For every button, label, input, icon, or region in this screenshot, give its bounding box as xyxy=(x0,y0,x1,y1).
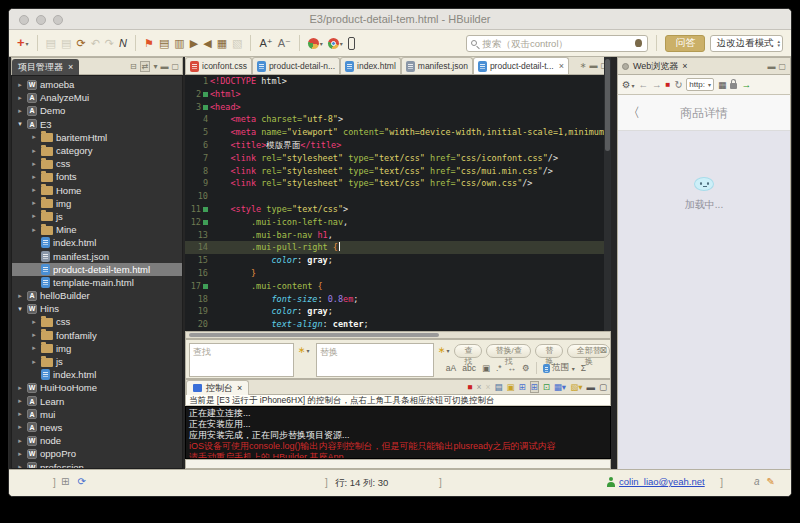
edit-mode-icon[interactable]: a xyxy=(754,476,760,487)
run-in-browser-button[interactable]: ▾ xyxy=(308,38,323,49)
browser-reload-icon[interactable]: ↻ xyxy=(674,79,682,90)
tree-item-baritemHtml[interactable]: ▸baritemHtml xyxy=(12,131,182,144)
tree-expand-icon[interactable]: ▸ xyxy=(16,81,24,89)
minimize-console-button[interactable]: ▬ xyxy=(586,382,595,392)
tree-item-Hins[interactable]: ▾WHins xyxy=(12,302,182,315)
editor-tab-iconfont.css[interactable]: iconfont.css xyxy=(185,57,252,74)
fold-icon[interactable] xyxy=(203,105,208,110)
count-matches-icon[interactable]: Σ xyxy=(581,363,586,373)
tree-item-fontfamily[interactable]: ▸fontfamily xyxy=(12,329,182,342)
doc-new-icon[interactable]: ▤ xyxy=(159,36,169,50)
save-button[interactable]: ▤ xyxy=(46,36,56,50)
account-link[interactable]: colin_liao@yeah.net xyxy=(619,476,705,487)
tree-collapse-icon[interactable]: ▾ xyxy=(16,120,24,128)
close-findbar-icon[interactable]: ⊠ xyxy=(599,345,607,355)
stop-button[interactable]: ■ xyxy=(467,382,472,392)
doc-check-icon[interactable]: ▥ xyxy=(174,36,184,50)
redo-button[interactable]: ↷ xyxy=(105,36,114,50)
browser-back-icon[interactable]: ← xyxy=(639,79,649,90)
go-icon[interactable]: → xyxy=(741,79,751,90)
find-action-替换/查找[interactable]: 替换/查找 xyxy=(486,344,531,358)
case-sensitive-icon[interactable]: aA xyxy=(446,363,456,373)
tree-expand-icon[interactable]: ▸ xyxy=(30,133,38,141)
tree-expand-icon[interactable]: ▸ xyxy=(16,450,24,458)
font-decrease-button[interactable]: A⁻ xyxy=(278,36,291,50)
tree-item-HuiHooHome[interactable]: ▸WHuiHooHome xyxy=(12,381,182,394)
console-output[interactable]: 正在建立连接...正在安装应用...应用安装完成，正在同步替换项目资源...iO… xyxy=(185,406,611,459)
new-window-icon[interactable]: ⊞ xyxy=(61,476,69,487)
qr-code-icon[interactable]: ▦ xyxy=(718,80,727,90)
find-action-查找[interactable]: 查找 xyxy=(454,344,482,358)
clear-console-button[interactable]: × xyxy=(476,382,481,392)
close-tab-icon[interactable]: × xyxy=(559,61,564,71)
bookmark-button[interactable]: ⚑ xyxy=(144,36,154,50)
tree-item-profession[interactable]: ▸Wprofession xyxy=(12,460,182,469)
editor-horizontal-scrollbar[interactable] xyxy=(185,331,611,339)
open-external-button[interactable]: ⊡ xyxy=(543,382,550,392)
tree-expand-icon[interactable]: ▸ xyxy=(30,186,38,194)
fold-icon[interactable] xyxy=(203,220,208,225)
tree-item-news[interactable]: ▸Anews xyxy=(12,421,182,434)
new-file-button[interactable]: +▾ xyxy=(17,36,29,50)
tree-item-img[interactable]: ▸img xyxy=(12,342,182,355)
tree-expand-icon[interactable]: ▸ xyxy=(16,94,24,102)
tree-expand-icon[interactable]: ▸ xyxy=(30,331,38,339)
browser-stop-icon[interactable]: ■ xyxy=(666,80,671,89)
editor-tab-product-detail-t...[interactable]: product-detail-t...× xyxy=(473,57,569,74)
tree-expand-icon[interactable]: ▸ xyxy=(16,410,24,418)
step-forward-button[interactable]: ▶ xyxy=(190,36,198,50)
step-back-button[interactable]: ◀ xyxy=(203,36,211,50)
project-manager-tab[interactable]: 项目管理器 × xyxy=(12,59,79,75)
font-increase-button[interactable]: A⁺ xyxy=(259,36,272,50)
close-panel-icon[interactable]: × xyxy=(68,62,73,72)
maximize-console-button[interactable]: ▢ xyxy=(599,382,607,392)
maximize-browser-icon[interactable]: ▢ xyxy=(778,62,786,71)
wrap-search-icon[interactable]: ↔ xyxy=(508,363,517,373)
run-on-device-button[interactable] xyxy=(348,37,355,50)
tab-list-icon[interactable]: ∗ xyxy=(580,61,587,70)
doc-sync-icon[interactable]: ▦ xyxy=(217,36,227,50)
tree-expand-icon[interactable]: ▸ xyxy=(16,423,24,431)
doc-disabled-icon[interactable]: ▧ xyxy=(232,36,242,50)
close-console-tab-icon[interactable]: × xyxy=(237,383,242,393)
global-search-box[interactable] xyxy=(466,35,648,52)
tree-expand-icon[interactable]: ▸ xyxy=(30,226,38,234)
tree-item-product-detail-tem.html[interactable]: product-detail-tem.html xyxy=(12,263,182,276)
device-console-button[interactable]: ▦▾ xyxy=(554,382,566,392)
lock-scroll-button[interactable]: ▣ xyxy=(506,382,514,392)
browser-forward-icon[interactable]: → xyxy=(652,79,662,90)
tree-expand-icon[interactable]: ▸ xyxy=(30,318,38,326)
tree-expand-icon[interactable]: ▸ xyxy=(16,437,24,445)
editor-tab-product-detail-n...[interactable]: product-detail-n... xyxy=(252,57,340,74)
tree-expand-icon[interactable]: ▸ xyxy=(30,212,38,220)
tree-expand-icon[interactable]: ▸ xyxy=(16,397,24,405)
whole-word-icon[interactable]: abc xyxy=(462,363,476,373)
tree-item-fonts[interactable]: ▸fonts xyxy=(12,170,182,183)
tree-item-amoeba[interactable]: ▸Wamoeba xyxy=(12,78,182,91)
tree-expand-icon[interactable]: ▸ xyxy=(16,384,24,392)
tree-expand-icon[interactable]: ▸ xyxy=(30,199,38,207)
undo-button[interactable]: ↶ xyxy=(91,36,100,50)
save-all-button[interactable]: ▤ xyxy=(61,36,71,50)
view-menu-icon[interactable]: ▾ xyxy=(153,62,157,71)
fold-icon[interactable] xyxy=(203,284,208,289)
console-tab[interactable]: 控制台 × xyxy=(186,380,249,395)
minimize-browser-icon[interactable]: ▬ xyxy=(767,62,775,71)
tree-item-oppoPro[interactable]: ▸WoppoPro xyxy=(12,447,182,460)
new-file-button-dropdown-icon[interactable]: ▾ xyxy=(26,40,29,47)
tree-item-js[interactable]: ▸js xyxy=(12,210,182,223)
tree-expand-icon[interactable]: ▸ xyxy=(30,358,38,366)
tree-item-manifest.json[interactable]: manifest.json xyxy=(12,249,182,262)
replace-history-icon[interactable]: ∗▾ xyxy=(438,345,450,355)
tree-item-index.html[interactable]: index.html xyxy=(12,236,182,249)
new-console-button[interactable]: ▧▾ xyxy=(570,382,582,392)
find-action-替换[interactable]: 替换 xyxy=(535,344,563,358)
editor-tab-index.html[interactable]: index.html xyxy=(340,57,401,74)
tree-item-Learn[interactable]: ▸ALearn xyxy=(12,395,182,408)
tree-item-js[interactable]: ▸js xyxy=(12,355,182,368)
tree-expand-icon[interactable]: ▸ xyxy=(30,160,38,168)
format-button[interactable]: N xyxy=(119,36,127,50)
console-prev-button[interactable]: ⊞ xyxy=(518,382,525,392)
search-settings-icon[interactable]: ⚙ xyxy=(522,363,530,373)
console-next-button[interactable]: ⊞ xyxy=(530,381,539,393)
